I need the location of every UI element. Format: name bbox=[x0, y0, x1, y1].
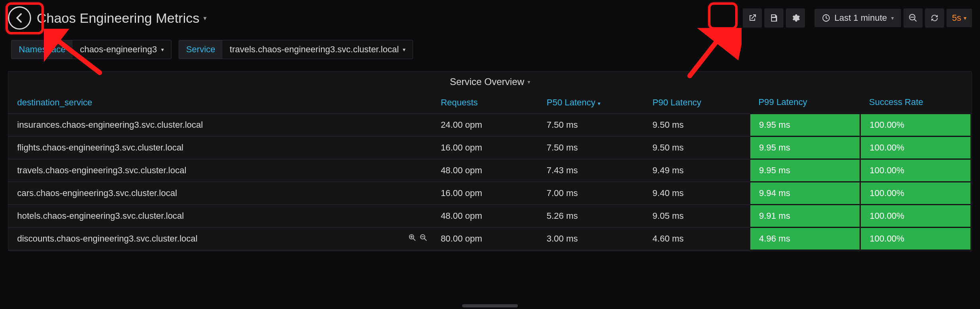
cell-p90: 9.40 ms bbox=[644, 182, 750, 205]
cell-success: 100.00% bbox=[860, 182, 971, 205]
service-overview-panel: Service Overview ▾ destination_service R… bbox=[8, 71, 972, 251]
time-range-picker[interactable]: Last 1 minute ▾ bbox=[815, 9, 901, 27]
cell-p99: 9.95 ms bbox=[750, 159, 860, 182]
gear-icon bbox=[791, 13, 800, 23]
time-range-label: Last 1 minute bbox=[834, 13, 887, 23]
cell-req: 24.00 opm bbox=[432, 114, 538, 137]
cell-p50: 5.26 ms bbox=[538, 205, 644, 228]
cell-destination: travels.chaos-engineering3.svc.cluster.l… bbox=[8, 159, 432, 182]
cell-p99: 9.95 ms bbox=[750, 137, 860, 159]
column-header-success[interactable]: Success Rate bbox=[860, 91, 971, 114]
service-overview-table: destination_service Requests P50 Latency… bbox=[8, 91, 972, 251]
caret-down-icon: ▾ bbox=[527, 79, 530, 85]
table-row[interactable]: travels.chaos-engineering3.svc.cluster.l… bbox=[8, 159, 971, 182]
refresh-interval-value: 5s bbox=[952, 13, 961, 23]
cell-p50: 7.00 ms bbox=[538, 182, 644, 205]
cell-destination: flights.chaos-engineering3.svc.cluster.l… bbox=[8, 137, 432, 159]
cell-success: 100.00% bbox=[860, 159, 971, 182]
zoom-out-icon bbox=[908, 13, 918, 23]
cell-p90: 9.05 ms bbox=[644, 205, 750, 228]
arrow-left-icon bbox=[14, 12, 26, 24]
zoom-out-button[interactable] bbox=[903, 8, 923, 28]
cell-destination: discounts.chaos-engineering3.svc.cluster… bbox=[8, 228, 432, 250]
table-row[interactable]: flights.chaos-engineering3.svc.cluster.l… bbox=[8, 137, 971, 159]
row-hover-tools bbox=[408, 233, 428, 244]
sort-desc-icon: ▾ bbox=[598, 100, 600, 107]
cell-p50: 3.00 ms bbox=[538, 228, 644, 250]
clock-icon bbox=[822, 14, 830, 22]
dashboard-title: Chaos Engineering Metrics bbox=[37, 10, 199, 26]
cell-p90: 9.50 ms bbox=[644, 137, 750, 159]
cell-p90: 9.50 ms bbox=[644, 114, 750, 137]
column-header-p90[interactable]: P90 Latency bbox=[644, 91, 750, 114]
settings-button[interactable] bbox=[786, 8, 805, 28]
variable-namespace-value[interactable]: chaos-engineering3 ▾ bbox=[73, 40, 171, 59]
table-row[interactable]: cars.chaos-engineering3.svc.cluster.loca… bbox=[8, 182, 971, 205]
filter-for-button[interactable] bbox=[408, 233, 417, 244]
caret-down-icon: ▾ bbox=[203, 14, 207, 22]
cell-p50: 7.50 ms bbox=[538, 114, 644, 137]
table-row[interactable]: discounts.chaos-engineering3.svc.cluster… bbox=[8, 228, 971, 250]
cell-p99: 9.95 ms bbox=[750, 114, 860, 137]
cell-p99: 9.94 ms bbox=[750, 182, 860, 205]
toolbar-dashboard-actions bbox=[743, 8, 805, 28]
variable-service-value[interactable]: travels.chaos-engineering3.svc.cluster.l… bbox=[222, 40, 413, 59]
caret-down-icon: ▾ bbox=[161, 46, 164, 53]
cell-success: 100.00% bbox=[860, 114, 971, 137]
refresh-icon bbox=[930, 13, 939, 23]
cell-p99: 4.96 ms bbox=[750, 228, 860, 250]
variable-namespace-label: Namespace bbox=[12, 40, 73, 59]
variable-service-label: Service bbox=[179, 40, 222, 59]
cell-p50: 7.50 ms bbox=[538, 137, 644, 159]
column-header-destination[interactable]: destination_service bbox=[8, 91, 432, 114]
dashboard-header: Chaos Engineering Metrics ▾ Last 1 minut… bbox=[0, 0, 980, 34]
cell-req: 16.00 opm bbox=[432, 182, 538, 205]
variable-service-value-text: travels.chaos-engineering3.svc.cluster.l… bbox=[230, 44, 399, 55]
table-row[interactable]: hotels.chaos-engineering3.svc.cluster.lo… bbox=[8, 205, 971, 228]
cell-destination: cars.chaos-engineering3.svc.cluster.loca… bbox=[8, 182, 432, 205]
cell-req: 48.00 opm bbox=[432, 205, 538, 228]
dashboard-title-dropdown[interactable]: Chaos Engineering Metrics ▾ bbox=[37, 10, 207, 26]
cell-p90: 9.49 ms bbox=[644, 159, 750, 182]
toolbar-time-controls: Last 1 minute ▾ 5s ▾ bbox=[815, 8, 972, 28]
horizontal-scroll-handle[interactable] bbox=[462, 304, 518, 307]
share-icon bbox=[748, 13, 757, 23]
cell-req: 80.00 opm bbox=[432, 228, 538, 250]
column-header-p99[interactable]: P99 Latency bbox=[750, 91, 860, 114]
template-variable-row: Namespace chaos-engineering3 ▾ Service t… bbox=[0, 34, 980, 65]
cell-p99: 9.91 ms bbox=[750, 205, 860, 228]
cell-req: 16.00 opm bbox=[432, 137, 538, 159]
cell-req: 48.00 opm bbox=[432, 159, 538, 182]
share-button[interactable] bbox=[743, 8, 762, 28]
variable-namespace: Namespace chaos-engineering3 ▾ bbox=[11, 40, 171, 59]
filter-out-button[interactable] bbox=[419, 233, 428, 244]
panel-title: Service Overview bbox=[450, 76, 524, 87]
table-row[interactable]: insurances.chaos-engineering3.svc.cluste… bbox=[8, 114, 971, 137]
caret-down-icon: ▾ bbox=[403, 46, 405, 53]
save-icon bbox=[769, 13, 779, 23]
refresh-interval-picker[interactable]: 5s ▾ bbox=[947, 9, 972, 27]
cell-p50: 7.43 ms bbox=[538, 159, 644, 182]
panel-title-dropdown[interactable]: Service Overview ▾ bbox=[8, 71, 972, 91]
caret-down-icon: ▾ bbox=[891, 15, 894, 21]
back-button[interactable] bbox=[8, 6, 31, 30]
cell-p90: 4.60 ms bbox=[644, 228, 750, 250]
cell-destination: insurances.chaos-engineering3.svc.cluste… bbox=[8, 114, 432, 137]
column-header-p50[interactable]: P50 Latency▾ bbox=[538, 91, 644, 114]
cell-success: 100.00% bbox=[860, 228, 971, 250]
cell-success: 100.00% bbox=[860, 137, 971, 159]
refresh-button[interactable] bbox=[925, 8, 944, 28]
variable-service: Service travels.chaos-engineering3.svc.c… bbox=[179, 40, 413, 59]
variable-namespace-value-text: chaos-engineering3 bbox=[80, 44, 157, 55]
save-button[interactable] bbox=[764, 8, 783, 28]
column-header-requests[interactable]: Requests bbox=[432, 91, 538, 114]
cell-success: 100.00% bbox=[860, 205, 971, 228]
cell-destination: hotels.chaos-engineering3.svc.cluster.lo… bbox=[8, 205, 432, 228]
caret-down-icon: ▾ bbox=[964, 15, 966, 21]
